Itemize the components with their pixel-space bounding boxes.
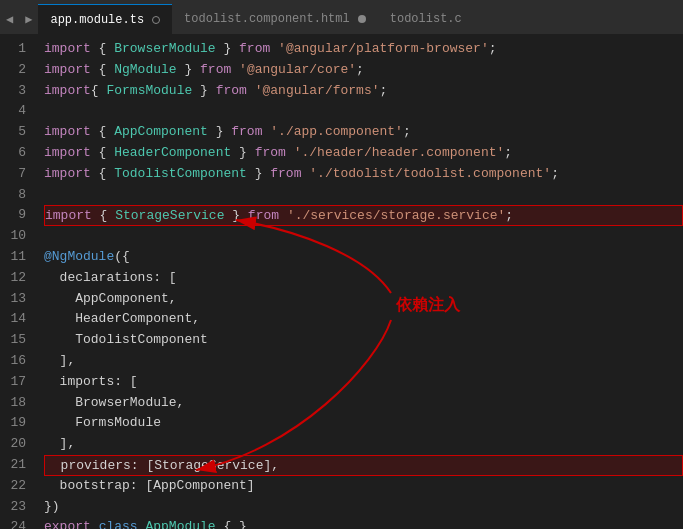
code-line-23: })	[44, 497, 683, 518]
code-line-4	[44, 101, 683, 122]
tab-label-todolist-c: todolist.c	[390, 12, 462, 26]
code-line-10	[44, 226, 683, 247]
tab-bar: ◀ ▶ app.module.ts todolist.component.htm…	[0, 0, 683, 35]
code-line-6: import { HeaderComponent } from './heade…	[44, 143, 683, 164]
code-line-2: import { NgModule } from '@angular/core'…	[44, 60, 683, 81]
tab-nav-back[interactable]: ◀	[0, 4, 19, 34]
line-numbers: 12345 678910 1112131415 1617181920 21222…	[0, 35, 36, 529]
code-line-18: BrowserModule,	[44, 393, 683, 414]
code-line-5: import { AppComponent } from './app.comp…	[44, 122, 683, 143]
code-content: import { BrowserModule } from '@angular/…	[36, 35, 683, 529]
code-line-24: export class AppModule { }	[44, 517, 683, 529]
code-line-12: declarations: [	[44, 268, 683, 289]
tab-close-app-module[interactable]	[152, 16, 160, 24]
code-line-22: bootstrap: [AppComponent]	[44, 476, 683, 497]
tab-label-todolist-html: todolist.component.html	[184, 12, 350, 26]
code-line-17: imports: [	[44, 372, 683, 393]
code-line-13: AppComponent,	[44, 289, 683, 310]
tab-app-module[interactable]: app.module.ts	[38, 4, 172, 34]
tab-nav-forward[interactable]: ▶	[19, 4, 38, 34]
code-container: 12345 678910 1112131415 1617181920 21222…	[0, 35, 683, 529]
code-line-7: import { TodolistComponent } from './tod…	[44, 164, 683, 185]
code-line-19: FormsModule	[44, 413, 683, 434]
code-line-20: ],	[44, 434, 683, 455]
code-line-3: import{ FormsModule } from '@angular/for…	[44, 81, 683, 102]
code-line-11: @NgModule({	[44, 247, 683, 268]
code-line-15: TodolistComponent	[44, 330, 683, 351]
editor-window: ◀ ▶ app.module.ts todolist.component.htm…	[0, 0, 683, 529]
tab-label-app-module: app.module.ts	[50, 13, 144, 27]
tab-todolist-html[interactable]: todolist.component.html	[172, 4, 378, 34]
tab-todolist-c[interactable]: todolist.c	[378, 4, 474, 34]
code-line-21: providers: [StorageService],	[44, 455, 683, 476]
code-line-16: ],	[44, 351, 683, 372]
code-line-14: HeaderComponent,	[44, 309, 683, 330]
code-line-1: import { BrowserModule } from '@angular/…	[44, 39, 683, 60]
tab-close-todolist-html[interactable]	[358, 15, 366, 23]
code-line-8	[44, 185, 683, 206]
code-line-9: import { StorageService } from './servic…	[44, 205, 683, 226]
